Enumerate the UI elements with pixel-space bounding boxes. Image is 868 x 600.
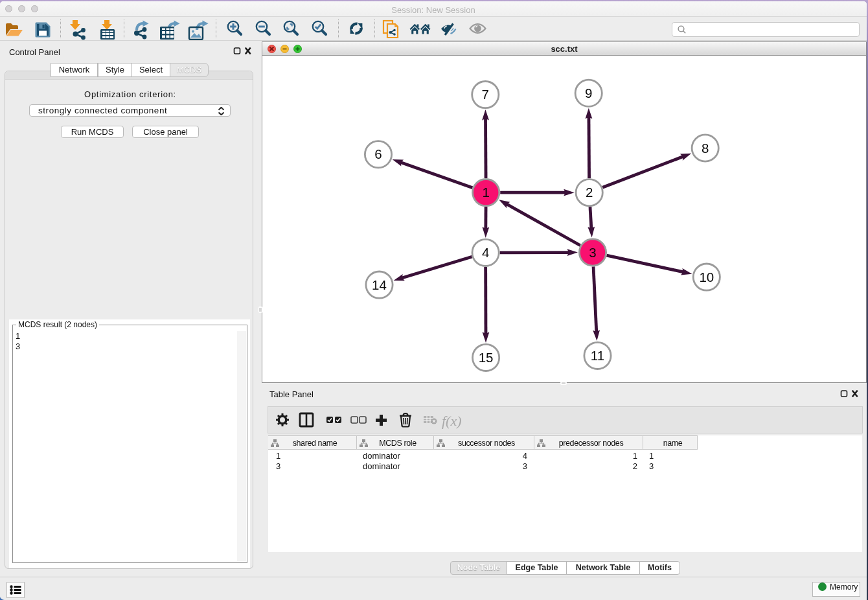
svg-text:9: 9 [585, 86, 592, 100]
svg-text:2: 2 [586, 185, 593, 200]
svg-text:4: 4 [482, 245, 489, 260]
svg-text:f(x): f(x) [442, 413, 462, 429]
svg-text:15: 15 [479, 350, 494, 365]
svg-text:6: 6 [374, 146, 382, 161]
svg-text:8: 8 [702, 141, 709, 156]
svg-text:10: 10 [699, 270, 714, 284]
svg-text:7: 7 [482, 87, 489, 102]
svg-text:14: 14 [372, 277, 387, 292]
svg-text:1: 1 [482, 185, 489, 200]
svg-text:3: 3 [589, 245, 596, 260]
svg-text:11: 11 [591, 348, 604, 363]
